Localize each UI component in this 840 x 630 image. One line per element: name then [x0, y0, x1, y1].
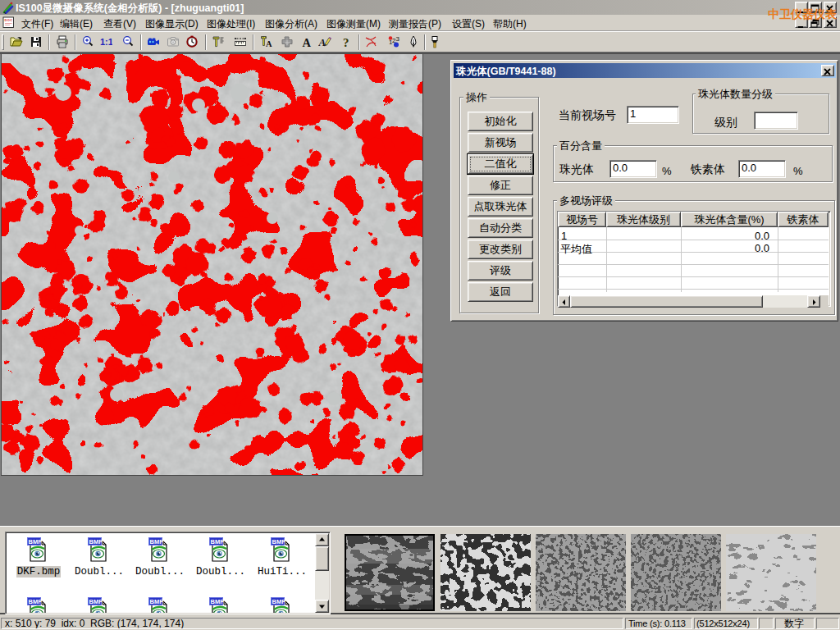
- svg-text:BMP: BMP: [272, 538, 286, 546]
- svg-text:?: ?: [343, 36, 349, 49]
- svg-text:1:1: 1:1: [100, 37, 112, 47]
- svg-text:BMP: BMP: [272, 598, 286, 605]
- svg-text:A: A: [266, 39, 272, 48]
- svg-text:A: A: [318, 36, 326, 48]
- svg-text:BMP: BMP: [150, 598, 164, 605]
- svg-text:BMP: BMP: [211, 538, 225, 546]
- svg-text:BMP: BMP: [89, 538, 103, 546]
- svg-text:BMP: BMP: [89, 598, 103, 605]
- svg-text:3: 3: [396, 35, 400, 43]
- svg-text:DOC: DOC: [4, 18, 12, 22]
- svg-text:BMP: BMP: [211, 598, 225, 605]
- svg-text:BMP: BMP: [150, 538, 164, 546]
- svg-text:BMP: BMP: [29, 538, 43, 546]
- svg-text:A: A: [303, 36, 312, 49]
- svg-text:BMP: BMP: [29, 598, 43, 605]
